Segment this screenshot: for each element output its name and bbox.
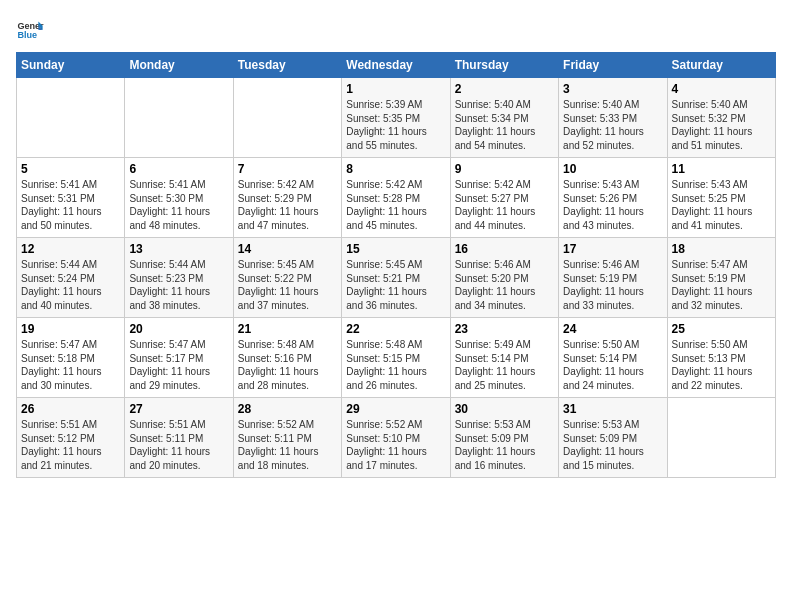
calendar-cell: 20Sunrise: 5:47 AM Sunset: 5:17 PM Dayli… xyxy=(125,318,233,398)
day-number: 19 xyxy=(21,322,120,336)
day-info: Sunrise: 5:42 AM Sunset: 5:27 PM Dayligh… xyxy=(455,178,554,232)
day-number: 17 xyxy=(563,242,662,256)
day-info: Sunrise: 5:53 AM Sunset: 5:09 PM Dayligh… xyxy=(563,418,662,472)
calendar-cell: 21Sunrise: 5:48 AM Sunset: 5:16 PM Dayli… xyxy=(233,318,341,398)
day-info: Sunrise: 5:51 AM Sunset: 5:12 PM Dayligh… xyxy=(21,418,120,472)
day-number: 6 xyxy=(129,162,228,176)
calendar-cell: 23Sunrise: 5:49 AM Sunset: 5:14 PM Dayli… xyxy=(450,318,558,398)
day-number: 14 xyxy=(238,242,337,256)
header-sunday: Sunday xyxy=(17,53,125,78)
calendar-cell: 1Sunrise: 5:39 AM Sunset: 5:35 PM Daylig… xyxy=(342,78,450,158)
calendar-cell: 5Sunrise: 5:41 AM Sunset: 5:31 PM Daylig… xyxy=(17,158,125,238)
day-number: 28 xyxy=(238,402,337,416)
day-info: Sunrise: 5:48 AM Sunset: 5:15 PM Dayligh… xyxy=(346,338,445,392)
day-number: 18 xyxy=(672,242,771,256)
day-info: Sunrise: 5:47 AM Sunset: 5:17 PM Dayligh… xyxy=(129,338,228,392)
day-info: Sunrise: 5:50 AM Sunset: 5:14 PM Dayligh… xyxy=(563,338,662,392)
day-info: Sunrise: 5:43 AM Sunset: 5:26 PM Dayligh… xyxy=(563,178,662,232)
day-number: 23 xyxy=(455,322,554,336)
day-number: 30 xyxy=(455,402,554,416)
day-info: Sunrise: 5:46 AM Sunset: 5:20 PM Dayligh… xyxy=(455,258,554,312)
day-info: Sunrise: 5:47 AM Sunset: 5:18 PM Dayligh… xyxy=(21,338,120,392)
calendar-cell: 22Sunrise: 5:48 AM Sunset: 5:15 PM Dayli… xyxy=(342,318,450,398)
header-monday: Monday xyxy=(125,53,233,78)
calendar-cell: 18Sunrise: 5:47 AM Sunset: 5:19 PM Dayli… xyxy=(667,238,775,318)
week-row-5: 26Sunrise: 5:51 AM Sunset: 5:12 PM Dayli… xyxy=(17,398,776,478)
calendar-cell: 6Sunrise: 5:41 AM Sunset: 5:30 PM Daylig… xyxy=(125,158,233,238)
calendar-cell: 8Sunrise: 5:42 AM Sunset: 5:28 PM Daylig… xyxy=(342,158,450,238)
header-row: SundayMondayTuesdayWednesdayThursdayFrid… xyxy=(17,53,776,78)
day-info: Sunrise: 5:41 AM Sunset: 5:31 PM Dayligh… xyxy=(21,178,120,232)
day-number: 5 xyxy=(21,162,120,176)
calendar-cell: 26Sunrise: 5:51 AM Sunset: 5:12 PM Dayli… xyxy=(17,398,125,478)
day-number: 24 xyxy=(563,322,662,336)
day-info: Sunrise: 5:49 AM Sunset: 5:14 PM Dayligh… xyxy=(455,338,554,392)
header-wednesday: Wednesday xyxy=(342,53,450,78)
calendar-cell: 14Sunrise: 5:45 AM Sunset: 5:22 PM Dayli… xyxy=(233,238,341,318)
calendar-cell: 27Sunrise: 5:51 AM Sunset: 5:11 PM Dayli… xyxy=(125,398,233,478)
calendar-cell: 30Sunrise: 5:53 AM Sunset: 5:09 PM Dayli… xyxy=(450,398,558,478)
calendar-cell: 15Sunrise: 5:45 AM Sunset: 5:21 PM Dayli… xyxy=(342,238,450,318)
calendar-cell: 12Sunrise: 5:44 AM Sunset: 5:24 PM Dayli… xyxy=(17,238,125,318)
calendar-cell xyxy=(17,78,125,158)
calendar-cell: 10Sunrise: 5:43 AM Sunset: 5:26 PM Dayli… xyxy=(559,158,667,238)
day-number: 12 xyxy=(21,242,120,256)
day-number: 22 xyxy=(346,322,445,336)
day-number: 15 xyxy=(346,242,445,256)
day-number: 10 xyxy=(563,162,662,176)
calendar-cell: 3Sunrise: 5:40 AM Sunset: 5:33 PM Daylig… xyxy=(559,78,667,158)
day-info: Sunrise: 5:39 AM Sunset: 5:35 PM Dayligh… xyxy=(346,98,445,152)
week-row-1: 1Sunrise: 5:39 AM Sunset: 5:35 PM Daylig… xyxy=(17,78,776,158)
day-number: 29 xyxy=(346,402,445,416)
page-header: General Blue xyxy=(16,16,776,44)
day-info: Sunrise: 5:44 AM Sunset: 5:23 PM Dayligh… xyxy=(129,258,228,312)
day-info: Sunrise: 5:40 AM Sunset: 5:34 PM Dayligh… xyxy=(455,98,554,152)
svg-text:Blue: Blue xyxy=(17,30,37,40)
day-number: 2 xyxy=(455,82,554,96)
day-info: Sunrise: 5:47 AM Sunset: 5:19 PM Dayligh… xyxy=(672,258,771,312)
day-info: Sunrise: 5:40 AM Sunset: 5:32 PM Dayligh… xyxy=(672,98,771,152)
calendar-cell: 9Sunrise: 5:42 AM Sunset: 5:27 PM Daylig… xyxy=(450,158,558,238)
day-number: 27 xyxy=(129,402,228,416)
day-info: Sunrise: 5:41 AM Sunset: 5:30 PM Dayligh… xyxy=(129,178,228,232)
day-info: Sunrise: 5:43 AM Sunset: 5:25 PM Dayligh… xyxy=(672,178,771,232)
header-friday: Friday xyxy=(559,53,667,78)
calendar-cell: 19Sunrise: 5:47 AM Sunset: 5:18 PM Dayli… xyxy=(17,318,125,398)
header-tuesday: Tuesday xyxy=(233,53,341,78)
day-number: 4 xyxy=(672,82,771,96)
calendar-cell: 2Sunrise: 5:40 AM Sunset: 5:34 PM Daylig… xyxy=(450,78,558,158)
day-number: 3 xyxy=(563,82,662,96)
day-info: Sunrise: 5:52 AM Sunset: 5:10 PM Dayligh… xyxy=(346,418,445,472)
calendar-cell xyxy=(233,78,341,158)
day-number: 16 xyxy=(455,242,554,256)
header-thursday: Thursday xyxy=(450,53,558,78)
calendar-table: SundayMondayTuesdayWednesdayThursdayFrid… xyxy=(16,52,776,478)
logo: General Blue xyxy=(16,16,48,44)
day-info: Sunrise: 5:46 AM Sunset: 5:19 PM Dayligh… xyxy=(563,258,662,312)
calendar-cell: 28Sunrise: 5:52 AM Sunset: 5:11 PM Dayli… xyxy=(233,398,341,478)
day-number: 31 xyxy=(563,402,662,416)
calendar-cell: 4Sunrise: 5:40 AM Sunset: 5:32 PM Daylig… xyxy=(667,78,775,158)
day-info: Sunrise: 5:40 AM Sunset: 5:33 PM Dayligh… xyxy=(563,98,662,152)
header-saturday: Saturday xyxy=(667,53,775,78)
calendar-cell: 16Sunrise: 5:46 AM Sunset: 5:20 PM Dayli… xyxy=(450,238,558,318)
day-number: 1 xyxy=(346,82,445,96)
day-info: Sunrise: 5:42 AM Sunset: 5:29 PM Dayligh… xyxy=(238,178,337,232)
day-number: 26 xyxy=(21,402,120,416)
day-number: 20 xyxy=(129,322,228,336)
calendar-cell: 31Sunrise: 5:53 AM Sunset: 5:09 PM Dayli… xyxy=(559,398,667,478)
day-info: Sunrise: 5:44 AM Sunset: 5:24 PM Dayligh… xyxy=(21,258,120,312)
calendar-cell: 29Sunrise: 5:52 AM Sunset: 5:10 PM Dayli… xyxy=(342,398,450,478)
logo-icon: General Blue xyxy=(16,16,44,44)
day-info: Sunrise: 5:53 AM Sunset: 5:09 PM Dayligh… xyxy=(455,418,554,472)
calendar-cell xyxy=(667,398,775,478)
week-row-2: 5Sunrise: 5:41 AM Sunset: 5:31 PM Daylig… xyxy=(17,158,776,238)
day-number: 9 xyxy=(455,162,554,176)
calendar-cell: 11Sunrise: 5:43 AM Sunset: 5:25 PM Dayli… xyxy=(667,158,775,238)
day-number: 11 xyxy=(672,162,771,176)
day-info: Sunrise: 5:51 AM Sunset: 5:11 PM Dayligh… xyxy=(129,418,228,472)
day-info: Sunrise: 5:48 AM Sunset: 5:16 PM Dayligh… xyxy=(238,338,337,392)
calendar-cell: 25Sunrise: 5:50 AM Sunset: 5:13 PM Dayli… xyxy=(667,318,775,398)
calendar-cell: 24Sunrise: 5:50 AM Sunset: 5:14 PM Dayli… xyxy=(559,318,667,398)
day-number: 7 xyxy=(238,162,337,176)
